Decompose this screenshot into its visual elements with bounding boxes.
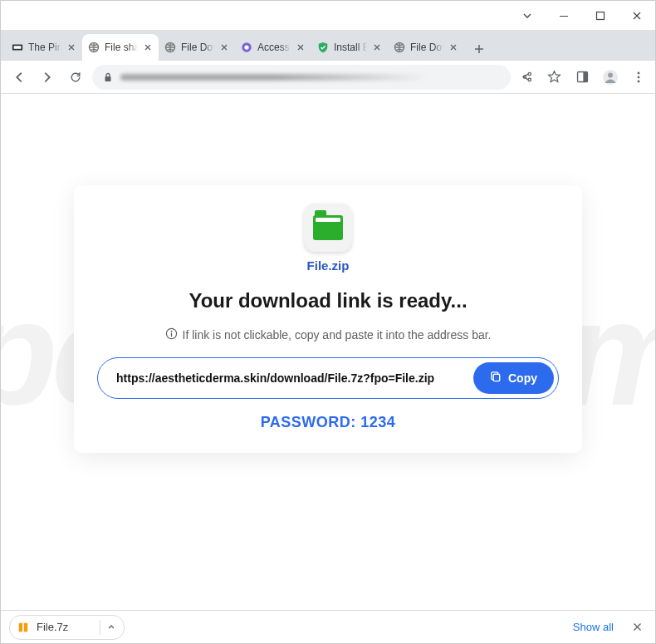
extension-icon	[240, 41, 253, 54]
download-link-text[interactable]: https://aestheticderma.skin/download/Fil…	[116, 371, 465, 385]
lock-icon	[102, 71, 114, 83]
svg-point-15	[638, 76, 640, 78]
window-dropdown-icon[interactable]	[509, 1, 546, 31]
copy-button[interactable]: Copy	[473, 362, 554, 394]
chevron-up-icon[interactable]	[107, 621, 115, 633]
close-shelf-button[interactable]	[627, 617, 647, 637]
tab-title: File Download	[410, 42, 443, 53]
svg-rect-11	[583, 72, 587, 82]
tab-title: File Download	[181, 42, 214, 53]
hint-text: If link is not clickable, copy and paste…	[183, 328, 492, 342]
svg-point-18	[170, 331, 172, 332]
close-icon[interactable]	[218, 42, 230, 53]
globe-icon	[393, 41, 406, 54]
download-item[interactable]: File.7z	[9, 615, 125, 640]
site-icon	[11, 41, 24, 54]
shield-icon	[316, 41, 330, 54]
tab-title: Install Ext	[334, 42, 367, 53]
svg-rect-1	[597, 12, 605, 19]
info-icon	[165, 327, 178, 342]
close-icon[interactable]	[66, 42, 77, 53]
tab-5[interactable]: File Download	[388, 34, 464, 61]
close-icon[interactable]	[371, 42, 383, 53]
svg-rect-3	[14, 46, 22, 49]
minimize-button[interactable]	[546, 1, 582, 31]
tab-0[interactable]: The Pirate	[6, 34, 82, 61]
side-panel-icon[interactable]	[572, 67, 592, 87]
close-icon[interactable]	[142, 42, 154, 53]
tab-strip: The Pirate File sharing File Download Ac…	[1, 31, 655, 61]
svg-rect-0	[560, 16, 568, 17]
svg-rect-20	[493, 374, 500, 381]
back-button[interactable]	[7, 66, 31, 89]
svg-point-7	[244, 45, 248, 49]
hint-row: If link is not clickable, copy and paste…	[97, 327, 559, 342]
reload-button[interactable]	[64, 66, 87, 89]
copy-icon	[490, 371, 502, 386]
password-line: PASSWORD: 1234	[97, 414, 559, 431]
download-file-name: File.7z	[37, 621, 68, 633]
maximize-button[interactable]	[582, 1, 619, 31]
globe-icon	[87, 41, 100, 54]
globe-icon	[164, 41, 177, 54]
svg-rect-19	[170, 333, 171, 337]
tab-1-active[interactable]: File sharing	[82, 34, 159, 61]
svg-point-16	[638, 80, 640, 82]
file-name-label: File.zip	[97, 258, 559, 273]
show-all-link[interactable]: Show all	[566, 617, 620, 637]
page-viewport: pcrisk.com File.zip Your download link i…	[1, 94, 655, 610]
profile-avatar-icon[interactable]	[600, 67, 620, 87]
tab-title: The Pirate	[28, 42, 61, 53]
svg-rect-9	[105, 76, 111, 81]
new-tab-button[interactable]	[468, 37, 491, 61]
password-label: PASSWORD:	[261, 414, 356, 430]
copy-label: Copy	[508, 371, 537, 385]
link-input-row: https://aestheticderma.skin/download/Fil…	[97, 357, 559, 399]
bookmark-star-icon[interactable]	[544, 67, 564, 87]
tab-title: File sharing	[105, 42, 138, 53]
separator	[100, 620, 100, 635]
toolbar	[1, 61, 655, 94]
window-caption-row	[1, 1, 655, 31]
tab-3[interactable]: Access po	[235, 34, 311, 61]
kebab-menu-icon[interactable]	[629, 67, 649, 87]
headline-text: Your download link is ready...	[97, 289, 559, 312]
close-window-button[interactable]	[619, 1, 655, 31]
share-icon[interactable]	[516, 67, 536, 87]
password-value: 1234	[360, 414, 395, 430]
close-icon[interactable]	[295, 42, 306, 53]
url-obscured	[120, 74, 428, 81]
close-icon[interactable]	[448, 42, 459, 53]
svg-point-13	[608, 72, 613, 77]
download-shelf: File.7z Show all	[1, 610, 655, 643]
svg-rect-22	[22, 622, 24, 632]
download-card: File.zip Your download link is ready... …	[74, 185, 582, 453]
archive-file-icon	[17, 621, 30, 634]
file-icon	[304, 204, 352, 252]
address-bar[interactable]	[92, 65, 511, 90]
svg-point-14	[638, 71, 640, 74]
tab-title: Access po	[257, 42, 291, 53]
forward-button[interactable]	[36, 66, 59, 89]
tab-4[interactable]: Install Ext	[311, 34, 388, 61]
tab-2[interactable]: File Download	[159, 34, 235, 61]
